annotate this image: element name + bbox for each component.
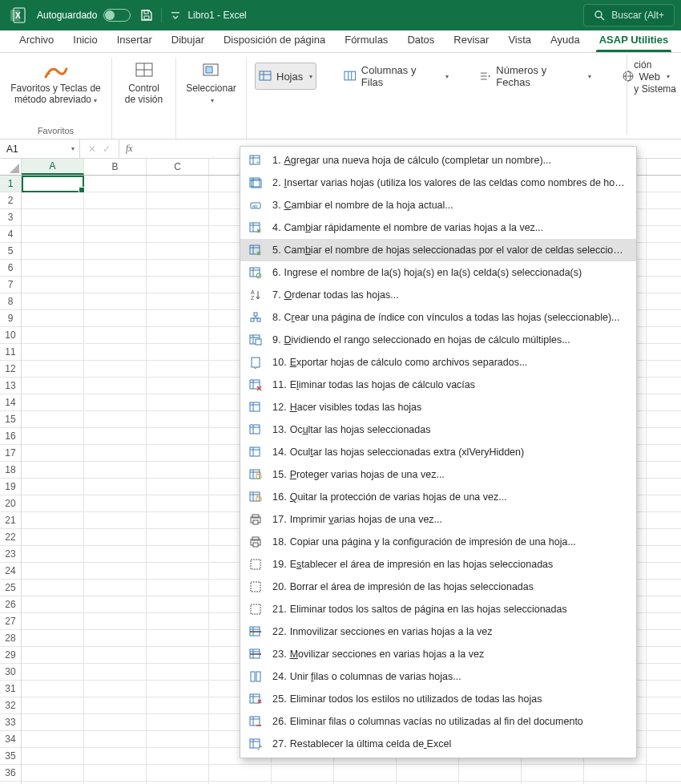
menu-item-6[interactable]: 6. Ingrese el nombre de la(s) hoja(s) en… — [240, 261, 636, 284]
menu-item-8[interactable]: 8. Crear una página de índice con víncul… — [240, 306, 636, 329]
row-header[interactable]: 33 — [0, 714, 21, 731]
row-header[interactable]: 7 — [0, 277, 21, 293]
row-header[interactable]: 30 — [0, 664, 21, 681]
menu-item-icon — [248, 580, 263, 594]
row-header[interactable]: 31 — [0, 681, 21, 697]
tab-disposici-n-de-p-gina[interactable]: Disposición de página — [214, 29, 335, 52]
vision-control-button[interactable]: Controlde visión — [125, 58, 163, 106]
row-header[interactable]: 1 — [0, 176, 21, 192]
menu-item-9[interactable]: 9. Dividiendo el rango seleccionado en h… — [240, 329, 636, 351]
row-header[interactable]: 25 — [0, 580, 21, 596]
menu-item-10[interactable]: 10. Exportar hojas de cálculo como archi… — [240, 351, 636, 374]
row-header[interactable]: 12 — [0, 361, 21, 378]
tab-asap-utilities[interactable]: ASAP Utilities — [590, 29, 678, 52]
name-box[interactable]: A1 ▾ — [0, 139, 80, 158]
favorites-button[interactable]: Favoritos y Teclas demétodo abreviado▾ — [10, 58, 101, 106]
tab-dibujar[interactable]: Dibujar — [162, 29, 214, 52]
menu-item-26[interactable]: 26. Eliminar filas o columnas vacías no … — [240, 710, 636, 733]
select-button[interactable]: Seleccionar▾ — [186, 58, 236, 106]
fx-icon[interactable]: fx — [119, 139, 139, 158]
menu-item-5[interactable]: 5. Cambiar el nombre de hojas selecciona… — [240, 239, 636, 261]
menu-item-7[interactable]: AZ7. Ordenar todas las hojas... — [240, 284, 636, 306]
save-icon[interactable] — [140, 9, 153, 22]
menu-item-21[interactable]: 21. Eliminar todos los saltos de página … — [240, 598, 636, 620]
search-box[interactable]: Buscar (Alt+ — [583, 4, 675, 26]
menu-item-18[interactable]: 18. Copiar una página y la configuración… — [240, 531, 636, 553]
menu-item-icon — [248, 737, 263, 751]
tab-insertar[interactable]: Insertar — [107, 29, 162, 52]
row-header[interactable]: 17 — [0, 445, 21, 462]
row-header[interactable]: 28 — [0, 630, 21, 647]
menu-item-icon — [248, 490, 263, 504]
menu-item-27[interactable]: 27. Restablecer la última celda de Excel — [240, 733, 636, 755]
menu-item-14[interactable]: 14. Ocultar las hojas seleccionadas extr… — [240, 441, 636, 463]
menu-item-11[interactable]: 11. Eliminar todas las hojas de cálculo … — [240, 374, 636, 396]
row-header[interactable]: 18 — [0, 462, 21, 479]
row-header[interactable]: 2 — [0, 192, 21, 209]
row-header[interactable]: 13 — [0, 378, 21, 394]
menu-item-22[interactable]: 22. Inmovilizar secciones en varias hoja… — [240, 620, 636, 643]
row-header[interactable]: 35 — [0, 748, 21, 765]
row-header[interactable]: 15 — [0, 411, 21, 428]
enter-formula-icon[interactable]: ✓ — [103, 143, 111, 155]
menu-item-2[interactable]: 2. Insertar varias hojas (utiliza los va… — [240, 172, 636, 194]
select-all-triangle[interactable] — [0, 159, 22, 176]
menu-item-24[interactable]: 24. Unir filas o columnas de varias hoja… — [240, 665, 636, 688]
menu-item-13[interactable]: 13. Ocultar las hojas seleccionadas — [240, 418, 636, 441]
menu-item-12[interactable]: 12. Hacer visibles todas las hojas — [240, 396, 636, 418]
menu-item-19[interactable]: 19. Establecer el área de impresión en l… — [240, 553, 636, 576]
menu-item-4[interactable]: 4. Cambiar rápidamente el nombre de vari… — [240, 216, 636, 239]
row-header[interactable]: 9 — [0, 310, 21, 327]
tab-f-rmulas[interactable]: Fórmulas — [335, 29, 397, 52]
row-header[interactable]: 27 — [0, 613, 21, 630]
menu-item-label: 9. Dividiendo el rango seleccionado en h… — [272, 334, 570, 346]
row-header[interactable]: 14 — [0, 394, 21, 411]
row-header[interactable]: 34 — [0, 731, 21, 748]
row-header[interactable]: 4 — [0, 226, 21, 243]
row-header[interactable]: 23 — [0, 546, 21, 563]
cancel-formula-icon[interactable]: ✕ — [88, 143, 96, 155]
numeros-fechas-dropdown[interactable]: Números y Fechas▾ — [476, 63, 594, 90]
menu-item-16[interactable]: 16. Quitar la protección de varias hojas… — [240, 486, 636, 508]
tab-vista[interactable]: Vista — [498, 29, 541, 52]
row-header[interactable]: 22 — [0, 529, 21, 546]
qat-customize-icon[interactable] — [170, 10, 181, 21]
hojas-dropdown[interactable]: Hojas▾ — [255, 63, 316, 90]
tab-ayuda[interactable]: Ayuda — [541, 29, 590, 52]
menu-item-23[interactable]: 23. Movilizar secciones en varias hojas … — [240, 643, 636, 665]
tab-inicio[interactable]: Inicio — [63, 29, 107, 52]
row-header[interactable]: 21 — [0, 512, 21, 529]
menu-item-3[interactable]: ab3. Cambiar el nombre de la hoja actual… — [240, 194, 636, 216]
row-header[interactable]: 16 — [0, 428, 21, 445]
grid-row[interactable] — [22, 765, 681, 782]
row-header[interactable]: 29 — [0, 647, 21, 664]
row-header[interactable]: 6 — [0, 260, 21, 277]
row-header[interactable]: 8 — [0, 293, 21, 310]
tab-datos[interactable]: Datos — [397, 29, 444, 52]
tab-archivo[interactable]: Archivo — [10, 29, 63, 52]
row-header[interactable]: 3 — [0, 209, 21, 226]
col-header[interactable]: C — [147, 159, 209, 175]
menu-item-25[interactable]: 25. Eliminar todos los estilos no utiliz… — [240, 688, 636, 710]
autosave-toggle[interactable]: Autoguardado — [37, 9, 131, 22]
menu-item-1[interactable]: +1. Agregar una nueva hoja de cálculo (c… — [240, 149, 636, 172]
row-header[interactable]: 36 — [0, 765, 21, 782]
row-header[interactable]: 26 — [0, 596, 21, 613]
menu-item-17[interactable]: 17. Imprimir varias hojas de una vez... — [240, 508, 636, 531]
tab-revisar[interactable]: Revisar — [444, 29, 498, 52]
row-header[interactable]: 24 — [0, 563, 21, 580]
menu-item-15[interactable]: 15. Proteger varias hojas de una vez... — [240, 463, 636, 486]
row-header[interactable]: 20 — [0, 495, 21, 512]
menu-item-20[interactable]: 20. Borrar el área de impresión de las h… — [240, 576, 636, 598]
col-header[interactable]: A — [22, 159, 84, 175]
row-header[interactable]: 32 — [0, 697, 21, 714]
row-header[interactable]: 11 — [0, 344, 21, 361]
columnas-filas-dropdown[interactable]: Columnas y Filas▾ — [340, 63, 452, 90]
row-header[interactable]: 5 — [0, 243, 21, 260]
row-header[interactable]: 10 — [0, 327, 21, 344]
col-header[interactable]: B — [84, 159, 147, 175]
menu-item-label: 23. Movilizar secciones en varias hojas … — [272, 649, 484, 660]
svg-rect-80 — [256, 497, 261, 501]
menu-item-label: 25. Eliminar todos los estilos no utiliz… — [272, 693, 542, 705]
row-header[interactable]: 19 — [0, 479, 21, 495]
